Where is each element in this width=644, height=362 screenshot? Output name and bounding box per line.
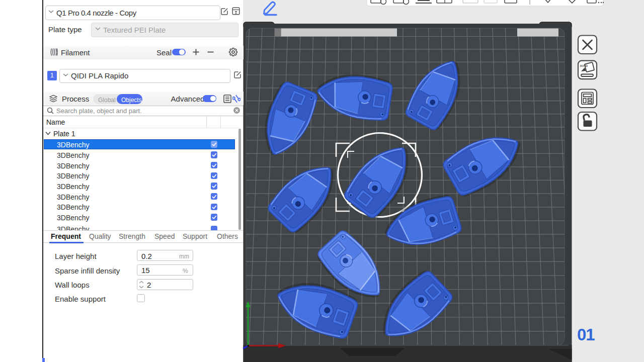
svg-text:AUTO: AUTO: [580, 64, 588, 67]
svg-text:01: 01: [577, 325, 595, 344]
